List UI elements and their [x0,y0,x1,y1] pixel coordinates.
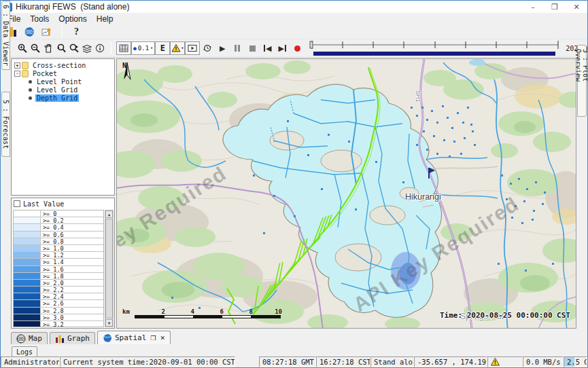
town-label-hikurangi: Hikurangi [405,192,441,202]
road-label-sh1: SH1 [415,90,421,103]
time-slider[interactable] [309,39,561,57]
slider-handle[interactable] [310,41,313,48]
legend-threshold-label: >= 3.0 [41,314,66,320]
animation-panel-button[interactable] [185,41,200,55]
close-button[interactable]: ✕ [566,1,587,13]
legend-row[interactable]: >= 2.2 [14,287,103,293]
info-button[interactable] [93,41,106,56]
menu-item[interactable]: Help [92,14,118,24]
zoom-in-button[interactable] [16,41,29,56]
legend-row[interactable]: >= 0.4 [14,224,103,231]
warning-threshold-button[interactable]: ▾ [170,41,185,55]
last-value-checkbox[interactable] [14,200,20,207]
legend-threshold-label: >= 2.0 [41,280,66,286]
legend-row[interactable]: >= 1.2 [14,252,103,259]
legend-row[interactable]: >= 0 [14,210,103,217]
tree-item-depth-grid[interactable]: Depth Grid [12,94,114,102]
menu-item[interactable]: Tools [25,14,54,24]
collapse-icon[interactable]: - [14,71,20,77]
legend-row[interactable]: >= 1.8 [14,273,103,280]
legend-color-swatch [14,321,41,327]
pan-hand-button[interactable] [41,41,54,56]
pause-button[interactable] [230,41,245,56]
minimize-button[interactable]: – [522,1,544,13]
legend-row[interactable]: >= 1.0 [14,245,103,252]
legend-threshold-label: >= 1.8 [41,273,66,279]
status-coordinates: -35.657 , 174.199 [414,356,487,367]
title-bar[interactable]: ≈ Hikurangi FEWS (Stand alone) – ❒ ✕ [1,1,587,13]
animation-settings-clock-icon[interactable] [200,41,215,56]
zoom-next-button[interactable] [67,41,80,56]
side-tab-plot-overview[interactable]: 3 : Plot Overview [577,45,587,117]
status-local-time: 16:27:18 CST [316,356,370,367]
scrollbar-thumb[interactable] [105,219,113,318]
menu-item[interactable]: Options [54,14,91,24]
legend-threshold-label: >= 2.8 [41,308,66,314]
help-button[interactable]: ? [70,26,83,37]
tree-item-level-point[interactable]: Level Point [12,77,114,86]
legend-row[interactable]: >= 0.6 [14,232,103,238]
legend-row[interactable]: >= 0.2 [14,217,103,224]
legend-row[interactable]: >= 1.6 [14,266,103,273]
tree-item-cross-section[interactable]: + Cross-section [12,61,114,69]
legend-threshold-label: >= 0.2 [41,217,66,223]
legend-color-swatch [14,280,41,286]
legend-row[interactable]: >= 2.8 [14,308,103,314]
contour-scale-dropdown[interactable]: ● 0.1 ▾ [131,41,155,55]
legend-row[interactable]: >= 3.0 [14,314,103,321]
filter-tree-panel[interactable]: + Cross-section - Pocket Level Point Lev… [11,58,115,196]
map-time-label: Time: 2020-08-25 00:00:00 CST [440,311,570,320]
legend-color-swatch [14,224,41,230]
spatial-map-view[interactable]: API Key Required API Key Required N Hiku… [116,58,576,329]
status-warning-cell[interactable] [487,356,523,367]
map-globe-button[interactable] [22,24,37,39]
north-arrow: N [122,62,126,69]
tab-graph[interactable]: Graph [50,332,95,344]
legend-row[interactable]: >= 0.8 [14,238,103,245]
expand-icon[interactable]: + [14,62,20,69]
legend-row[interactable]: >= 3.2 [14,321,103,327]
legend-threshold-label: >= 0.4 [41,224,66,230]
legend-threshold-label: >= 0.8 [41,238,66,244]
legend-threshold-label: >= 1.2 [41,252,66,258]
maximize-button[interactable]: ❒ [544,1,566,13]
side-tab[interactable]: 5 : Forecast [1,92,10,157]
legend-scrollbar[interactable]: ▲ ▼ [105,210,114,327]
chart-display-button[interactable] [39,24,54,39]
legend-color-swatch [14,300,41,306]
tab-map[interactable]: Map [11,332,48,344]
play-button[interactable]: ▶ [215,41,230,56]
longitudinal-profile-button[interactable]: E [155,41,170,55]
zoom-previous-button[interactable] [54,41,67,56]
scroll-up-icon[interactable]: ▲ [105,210,113,218]
legend-threshold-label: >= 0.6 [41,232,66,238]
logs-button[interactable]: Logs [12,346,37,357]
timeline-span-bar [313,52,555,56]
record-button[interactable] [290,41,305,56]
tab-close-icon[interactable]: ✕ [160,335,165,342]
legend-threshold-label: >= 2.4 [41,293,66,299]
scale-unit-label: km [122,308,133,315]
legend-row[interactable]: >= 2.4 [14,293,103,300]
stop-button[interactable] [245,41,260,56]
folder-icon [22,70,29,77]
legend-row[interactable]: >= 1.4 [14,259,103,265]
scale-tick: 4 [165,308,194,315]
status-gmt-time: 08:27:18 GMT [259,356,316,367]
layers-button[interactable] [80,41,93,56]
scroll-down-icon[interactable]: ▼ [105,319,113,327]
legend-row[interactable]: >= 2.6 [14,300,103,307]
skip-to-end-button[interactable]: ▶ [275,41,290,56]
tab-spatial[interactable]: Spatial ❒ ✕ [97,331,171,344]
tab-maximize-icon[interactable]: ❒ [150,335,156,342]
contour-dot-icon: ● [133,45,137,52]
side-tab[interactable]: 6 : Data Viewer [1,1,10,70]
legend-row[interactable]: >= 2.0 [14,280,103,287]
tree-item-level-grid[interactable]: Level Grid [12,86,114,94]
legend-color-swatch [14,238,41,244]
tree-item-pocket[interactable]: - Pocket [12,69,114,77]
grid-display-button[interactable] [116,41,131,55]
skip-to-start-button[interactable]: ▶ [260,41,275,56]
zoom-out-button[interactable] [29,41,41,56]
status-system-time: Current system time:2020-09-01 00:00 CST [60,356,235,367]
